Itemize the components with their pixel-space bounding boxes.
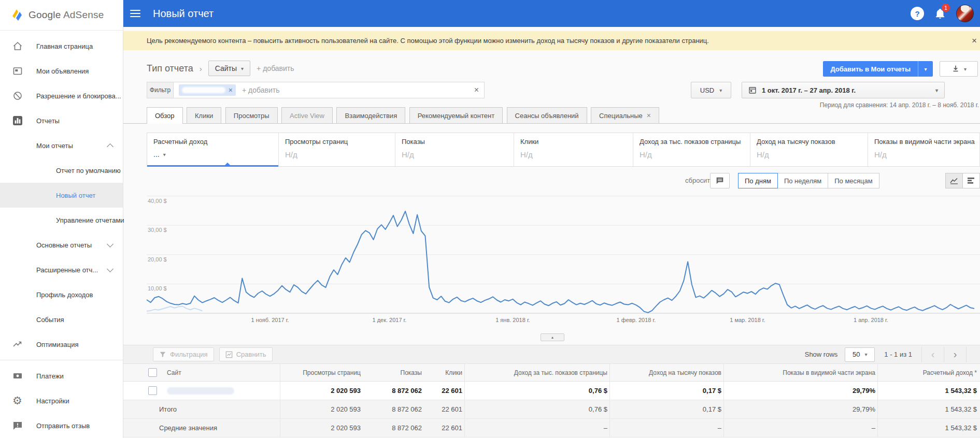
metric-page-rpm[interactable]: Доход за тыс. показов страницы Н/д xyxy=(633,133,750,166)
report-chart-svg[interactable]: 10,00 $20,00 $30,00 $40,00 $1 нояб. 2017… xyxy=(123,193,980,326)
sidebar-item-my-reports[interactable]: Мои отчеты xyxy=(0,133,123,158)
add-dimension-link[interactable]: + добавить xyxy=(257,64,294,72)
horizontal-bars-icon xyxy=(967,177,976,185)
currency-select[interactable]: USD ▾ xyxy=(691,82,731,98)
tab-interactions[interactable]: Взаимодействия xyxy=(336,107,405,123)
compare-button[interactable]: Сравнить xyxy=(219,347,273,361)
sidebar-item-default-report[interactable]: Отчет по умолчанию xyxy=(0,158,123,183)
report-type-label: Тип отчета xyxy=(147,63,193,74)
chevron-down-icon: ▾ xyxy=(935,87,938,93)
svg-text:1 дек. 2017 г.: 1 дек. 2017 г. xyxy=(372,317,406,323)
adsense-logo-icon xyxy=(10,9,24,21)
svg-text:1 янв. 2018 г.: 1 янв. 2018 г. xyxy=(495,317,530,323)
column-site[interactable]: Сайт xyxy=(167,364,280,381)
report-type-row: Тип отчета › Сайты ▾ + добавить Добавить… xyxy=(123,56,980,81)
redacted-filter-value xyxy=(182,87,225,93)
svg-text:10,00 $: 10,00 $ xyxy=(148,285,167,291)
sidebar-item-reports[interactable]: Отчеты xyxy=(0,108,123,133)
sidebar-item-new-report[interactable]: Новый отчет xyxy=(0,183,123,208)
column-impressions[interactable]: Показы xyxy=(363,364,424,381)
annotations-button[interactable] xyxy=(710,173,730,188)
metric-impressions[interactable]: Показы Н/д xyxy=(395,133,514,166)
tab-active-view[interactable]: Active View xyxy=(281,107,333,123)
sidebar-item-manage-reports[interactable]: Управление отчетами xyxy=(0,208,123,232)
selected-metric-indicator xyxy=(147,165,278,167)
filter-table-button[interactable]: Фильтрация xyxy=(153,347,214,361)
metric-impression-rpm[interactable]: Доход на тысячу показов Н/д xyxy=(750,133,868,166)
filter-row: Фильтр × + добавить × USD ▾ 1 окт. 2017 … xyxy=(123,82,980,99)
sidebar-item-feedback[interactable]: Отправить отзыв xyxy=(0,413,123,438)
sidebar-divider xyxy=(0,360,123,360)
gear-icon: ⚙ xyxy=(12,396,23,406)
metric-pageviews[interactable]: Просмотры страниц Н/д xyxy=(279,133,395,166)
tab-clicks[interactable]: Клики xyxy=(187,107,221,123)
line-chart-type-button[interactable] xyxy=(945,173,963,188)
column-pageviews[interactable]: Просмотры страниц xyxy=(280,364,363,381)
sidebar-item-advanced-reports[interactable]: Расширенные отч... xyxy=(0,257,123,282)
row-checkbox[interactable] xyxy=(148,386,157,395)
filter-input[interactable]: × + добавить × xyxy=(173,82,485,98)
rows-per-page-select[interactable]: 50 ▾ xyxy=(845,347,875,362)
sidebar-item-settings[interactable]: ⚙ Настройки xyxy=(0,388,123,413)
save-options-dropdown[interactable]: ▾ xyxy=(918,61,933,77)
tab-overview[interactable]: Обзор xyxy=(147,107,183,124)
bar-chart-icon xyxy=(12,115,23,126)
granularity-toggle: По дням По неделям По месяцам xyxy=(738,173,879,188)
collapse-chart-button[interactable]: ▲ xyxy=(541,333,564,341)
promo-notice: Цель рекомендуемого контента – повысить … xyxy=(123,31,980,50)
svg-text:30,00 $: 30,00 $ xyxy=(148,227,167,233)
report-tabs: Обзор Клики Просмотры Active View Взаимо… xyxy=(123,107,980,124)
sidebar-item-payments[interactable]: Платежи xyxy=(0,363,123,388)
date-range-picker[interactable]: 1 окт. 2017 г. – 27 апр. 2018 г. ▾ xyxy=(742,82,945,98)
add-filter-link[interactable]: + добавить xyxy=(242,86,279,94)
tab-ad-sessions[interactable]: Сеансы объявлений xyxy=(507,107,587,123)
tab-recommended-content[interactable]: Рекомендуемый контент xyxy=(409,107,503,123)
sidebar-item-my-ads[interactable]: Мои объявления xyxy=(0,59,123,83)
sidebar-item-revenue-profile[interactable]: Профиль доходов xyxy=(0,282,123,307)
metric-clicks[interactable]: Клики Н/д xyxy=(514,133,633,166)
show-rows-label: Show rows xyxy=(805,351,838,358)
clear-filters-icon[interactable]: × xyxy=(474,85,479,95)
table-row[interactable]: 2 020 593 8 872 062 22 601 0,76 $ 0,17 $… xyxy=(123,382,980,400)
chart-type-toggle xyxy=(946,173,980,188)
download-icon xyxy=(951,64,960,74)
trending-up-icon xyxy=(12,339,23,349)
close-tab-icon[interactable]: × xyxy=(647,111,651,120)
sidebar-item-home[interactable]: Главная страница xyxy=(0,34,123,59)
reset-link[interactable]: сбросить xyxy=(685,173,714,188)
metric-estimated-earnings[interactable]: Расчетный доход ...▾ xyxy=(147,133,279,166)
sidebar-item-blocking[interactable]: Разрешение и блокирова... xyxy=(0,83,123,108)
metrics-summary-bar: Расчетный доход ...▾ Просмотры страниц Н… xyxy=(147,133,980,167)
next-page-button[interactable]: › xyxy=(944,347,967,362)
close-icon[interactable]: × xyxy=(972,31,977,50)
sidebar-item-optimization[interactable]: Оптимизация xyxy=(0,332,123,357)
column-impression-rpm[interactable]: Доход на тысячу показов xyxy=(609,364,723,381)
site-name-redacted xyxy=(167,382,280,400)
bar-chart-type-button[interactable] xyxy=(962,173,980,188)
remove-filter-icon[interactable]: × xyxy=(229,86,233,94)
sidebar-item-events[interactable]: События xyxy=(0,307,123,332)
granularity-by-month[interactable]: По месяцам xyxy=(828,173,879,188)
add-to-my-reports-button[interactable]: Добавить в Мои отчеты ▾ xyxy=(823,61,933,77)
adsense-logo[interactable]: Google AdSense xyxy=(0,0,123,31)
svg-text:1 нояб. 2017 г.: 1 нояб. 2017 г. xyxy=(251,317,289,323)
report-type-select[interactable]: Сайты ▾ xyxy=(208,61,250,76)
chevron-down-icon: ▾ xyxy=(163,152,166,157)
filter-chip[interactable]: × xyxy=(179,84,236,96)
sidebar-item-common-reports[interactable]: Основные отчеты xyxy=(0,232,123,257)
metric-viewable-impressions[interactable]: Показы в видимой части экрана Н/д xyxy=(868,133,980,166)
column-page-rpm[interactable]: Доход за тыс. показов страницы xyxy=(464,364,609,381)
column-clicks[interactable]: Клики xyxy=(424,364,464,381)
column-estimated-earnings[interactable]: Расчетный доход * xyxy=(877,364,979,381)
column-viewable[interactable]: Показы в видимой части экрана xyxy=(723,364,877,381)
previous-page-button[interactable]: ‹ xyxy=(921,347,944,362)
home-icon xyxy=(12,41,23,51)
download-button[interactable]: ▾ xyxy=(940,61,978,77)
table-header: Сайт Просмотры страниц Показы Клики Дохо… xyxy=(123,364,980,382)
tab-custom[interactable]: Специальные× xyxy=(591,107,659,123)
granularity-by-day[interactable]: По дням xyxy=(738,173,778,188)
granularity-by-week[interactable]: По неделям xyxy=(777,173,828,188)
tab-views[interactable]: Просмотры xyxy=(225,107,278,123)
svg-text:1 апр. 2018 г.: 1 апр. 2018 г. xyxy=(854,317,888,323)
select-all-checkbox[interactable] xyxy=(148,368,157,377)
